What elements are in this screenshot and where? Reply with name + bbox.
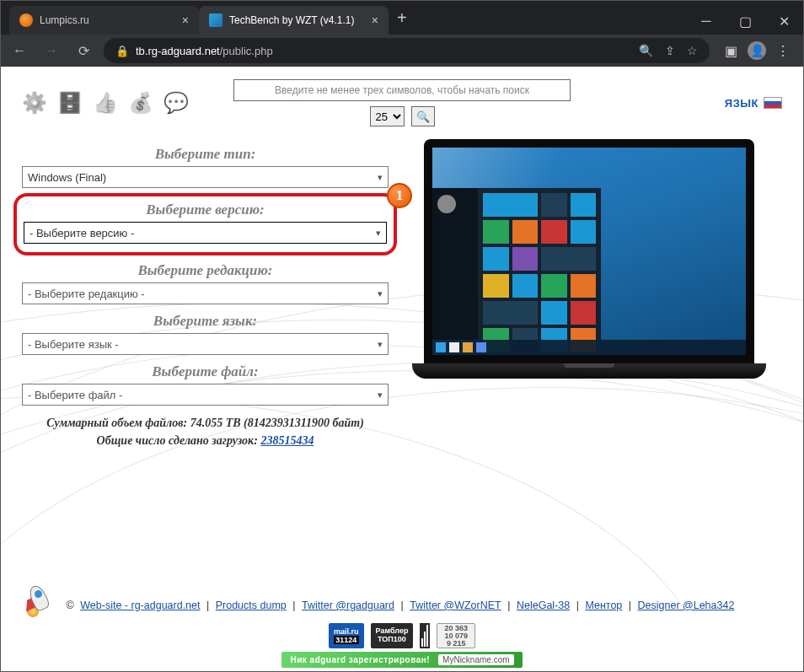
select-lang[interactable]: - Выберите язык -: [22, 333, 389, 355]
new-tab-button[interactable]: +: [389, 5, 415, 31]
select-edition-group: Выберите редакцию: - Выберите редакцию -: [22, 262, 389, 304]
select-edition-label: Выберите редакцию:: [22, 262, 389, 279]
rambler-badge[interactable]: Рамблер ТОП100: [371, 623, 414, 648]
footer: © Web-site - rg-adguard.net | Products d…: [1, 592, 803, 671]
gear-icon[interactable]: ⚙️: [22, 91, 47, 115]
forward-button[interactable]: →: [40, 43, 63, 58]
zoom-icon[interactable]: 🔍: [639, 44, 653, 57]
select-file-group: Выберите файл: - Выберите файл -: [22, 363, 389, 406]
foot-link-website[interactable]: Web-site - rg-adguard.net: [80, 599, 200, 611]
close-tab-icon[interactable]: ×: [372, 13, 378, 27]
foot-link-designer[interactable]: Designer @Leha342: [638, 599, 735, 611]
kebab-menu-icon[interactable]: ⋮: [776, 43, 790, 59]
money-bag-icon[interactable]: 💰: [128, 91, 153, 115]
tab1-title: Lumpics.ru: [40, 14, 89, 26]
top-tool-icons: ⚙️ 🗄️ 👍 💰 💬: [22, 91, 189, 115]
language-label: ЯЗЫК: [725, 97, 758, 110]
foot-link-mentor[interactable]: Ментор: [585, 599, 622, 611]
titlebar: Lumpics.ru × TechBench by WZT (v4.1.1) ×…: [1, 1, 803, 35]
counter-badges: mail.ru 31124 Рамблер ТОП100 20 363 10 0…: [1, 623, 803, 648]
liveinternet-badge[interactable]: 20 363 10 079 9 215: [437, 623, 475, 648]
url-host: tb.rg-adguard.net: [136, 45, 220, 57]
search-placeholder: Введите не менее трех символов, чтобы на…: [275, 84, 529, 96]
minimize-button[interactable]: ─: [687, 8, 726, 35]
flag-ru-icon: [764, 97, 782, 109]
callout-badge: 1: [387, 183, 412, 208]
close-window-button[interactable]: ✕: [764, 8, 803, 35]
mailru-badge[interactable]: mail.ru 31124: [329, 623, 364, 648]
foot-link-twitter-wz[interactable]: Twitter @WZorNET: [410, 599, 501, 611]
bars-icon: [420, 623, 430, 648]
foot-link-products[interactable]: Products dump: [216, 599, 287, 611]
browser-tab-lumpics[interactable]: Lumpics.ru ×: [9, 6, 199, 35]
window-buttons: ─ ▢ ✕: [687, 8, 803, 35]
back-button[interactable]: ←: [8, 43, 31, 58]
favicon-techbench: [209, 13, 222, 27]
url-box[interactable]: 🔒 tb.rg-adguard.net/public.php 🔍 ⇪ ☆: [104, 38, 710, 63]
foot-link-twitter-rg[interactable]: Twitter @rgadguard: [302, 599, 394, 611]
extensions-icon[interactable]: ▣: [725, 43, 737, 59]
select-type-group: Выберите тип: Windows (Final): [22, 146, 389, 188]
select-edition[interactable]: - Выберите редакцию -: [22, 282, 389, 304]
favicon-lumpics: [19, 13, 33, 27]
select-version-label: Выберите версию:: [24, 202, 387, 218]
stats-block: Суммарный объем файлов: 74.055 TB (81423…: [22, 414, 389, 449]
close-tab-icon[interactable]: ×: [182, 13, 189, 27]
page-size-select[interactable]: 25: [370, 106, 405, 126]
url-path: /public.php: [220, 45, 273, 57]
nickname-badge[interactable]: Ник adguard зарегистрирован! MyNickname.…: [281, 652, 522, 668]
lock-icon: 🔒: [115, 45, 129, 57]
downloads-link[interactable]: 238515434: [260, 434, 314, 447]
help-icon[interactable]: 💬: [163, 91, 189, 115]
laptop-illustration: [412, 139, 766, 384]
maximize-button[interactable]: ▢: [726, 8, 764, 35]
database-icon[interactable]: 🗄️: [57, 91, 83, 115]
search-input[interactable]: Введите не менее трех символов, чтобы на…: [233, 79, 571, 101]
search-button[interactable]: 🔍: [411, 106, 435, 126]
start-menu-illustration: [432, 188, 601, 340]
address-bar: ← → ⟳ 🔒 tb.rg-adguard.net/public.php 🔍 ⇪…: [1, 35, 803, 67]
select-type-label: Выберите тип:: [22, 146, 389, 163]
select-lang-group: Выберите язык: - Выберите язык -: [22, 313, 389, 355]
highlighted-version-group: 1 Выберите версию: - Выберите версию -: [13, 193, 397, 255]
select-file[interactable]: - Выберите файл -: [22, 384, 389, 406]
footer-links: © Web-site - rg-adguard.net | Products d…: [1, 592, 803, 620]
foot-link-nelegal[interactable]: NeleGal-38: [517, 599, 570, 611]
profile-avatar[interactable]: 👤: [748, 41, 766, 60]
share-icon[interactable]: ⇪: [665, 44, 675, 57]
select-version[interactable]: - Выберите версию -: [24, 222, 387, 244]
star-icon[interactable]: ☆: [687, 44, 698, 57]
tab2-title: TechBench by WZT (v4.1.1): [229, 14, 355, 26]
browser-tab-techbench[interactable]: TechBench by WZT (v4.1.1) ×: [199, 6, 389, 35]
select-file-label: Выберите файл:: [22, 363, 389, 380]
thumbs-up-icon[interactable]: 👍: [93, 91, 118, 115]
select-lang-label: Выберите язык:: [22, 313, 389, 330]
reload-button[interactable]: ⟳: [72, 43, 95, 59]
page-content: ⚙️ 🗄️ 👍 💰 💬 Введите не менее трех символ…: [1, 67, 803, 671]
select-type[interactable]: Windows (Final): [22, 166, 389, 188]
language-switch[interactable]: ЯЗЫК: [725, 97, 782, 110]
